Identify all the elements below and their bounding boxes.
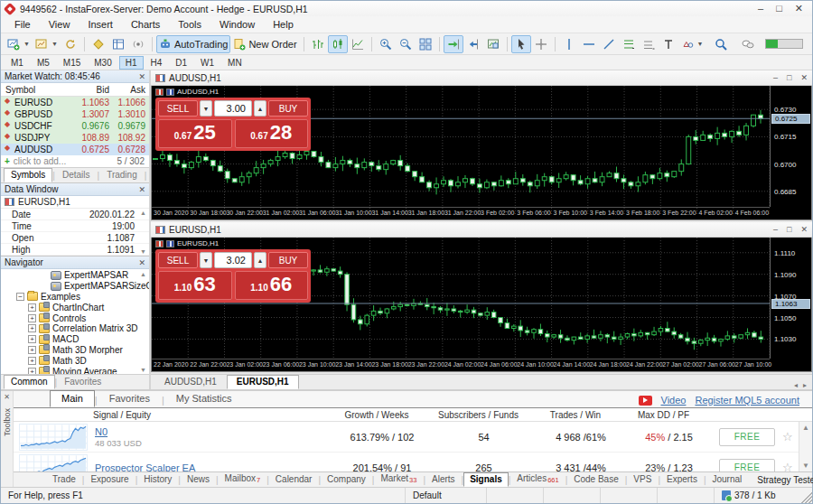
maximize-button[interactable] — [776, 4, 782, 14]
scroll-right-icon[interactable]: ▸ — [803, 381, 807, 389]
minimize-button[interactable] — [758, 4, 763, 14]
buy-price-button[interactable]: 1.1066 — [235, 271, 309, 300]
toolbox-tab-favorites[interactable]: Favorites — [98, 390, 162, 407]
new-chart-icon[interactable]: ▼ — [5, 35, 33, 53]
bottom-tab-history[interactable]: History — [137, 472, 178, 487]
timeframe-h4[interactable]: H4 — [145, 56, 169, 70]
shapes-icon[interactable]: ▼ — [678, 35, 706, 53]
volume-input[interactable]: 3.02 — [214, 252, 252, 268]
resize-grip[interactable] — [801, 488, 812, 503]
market-watch-tab-trading[interactable]: Trading — [99, 168, 145, 182]
market-watch-row-audusd[interactable]: AUDUSD0.67250.6728 — [1, 144, 149, 155]
timeframe-mn[interactable]: MN — [221, 56, 248, 70]
expand-plus-icon[interactable] — [28, 335, 36, 343]
text-tool-icon[interactable] — [659, 35, 678, 53]
navigator-scrollbar[interactable]: ▲▼ — [138, 271, 148, 373]
zoom-in-icon[interactable] — [376, 35, 396, 53]
timeframe-m15[interactable]: M15 — [57, 56, 87, 70]
navigator-item-math-3d-morpher[interactable]: Math 3D Morpher — [1, 345, 149, 356]
expand-plus-icon[interactable] — [28, 324, 36, 332]
market-watch-row-usdchf[interactable]: USDCHF0.96760.9679 — [1, 120, 149, 132]
chart-tab-eurusd-h1[interactable]: EURUSD,H1 — [227, 375, 299, 389]
sell-price-button[interactable]: 0.6725 — [158, 119, 232, 148]
navigator-item-math-3d[interactable]: Math 3D — [1, 355, 149, 366]
expand-plus-icon[interactable] — [28, 368, 36, 374]
buy-button[interactable]: BUY — [268, 252, 308, 268]
signal-name-link[interactable]: Prospector Scalper EA — [95, 462, 332, 472]
close-button[interactable] — [795, 4, 803, 14]
timeframe-m30[interactable]: M30 — [88, 56, 117, 70]
free-button[interactable]: FREE — [719, 428, 775, 446]
strategy-tester-label[interactable]: Strategy Tester — [748, 475, 813, 487]
channels-icon[interactable] — [639, 35, 659, 53]
market-watch-tab-details[interactable]: Details — [55, 168, 98, 182]
navigator-item-examples[interactable]: Examples — [1, 292, 149, 303]
chart-minimize-button[interactable] — [773, 73, 778, 82]
chart-plot-area[interactable]: 0.67300.67150.67000.66850.672530 Jan 202… — [151, 86, 812, 220]
bottom-tab-exposure[interactable]: Exposure — [84, 472, 135, 487]
chart-tab-audusd-h1[interactable]: AUDUSD,H1 — [154, 375, 227, 389]
volume-increase-button[interactable]: ▲ — [254, 100, 266, 117]
chart-close-button[interactable] — [800, 73, 808, 82]
profiles-icon[interactable]: ▼ — [33, 35, 61, 53]
market-watch-row-gbpusd[interactable]: GBPUSD1.30071.3010 — [1, 108, 149, 120]
timeframe-h1[interactable]: H1 — [119, 56, 144, 70]
bottom-tab-journal[interactable]: Journal — [706, 472, 749, 487]
buy-button[interactable]: BUY — [268, 100, 308, 117]
cursor-icon[interactable] — [511, 35, 531, 53]
signal-row[interactable]: N048 033 USD613.79% / 102544 968 /61%45%… — [14, 422, 812, 453]
bottom-tab-trade[interactable]: Trade — [46, 472, 82, 487]
search-icon[interactable] — [711, 35, 731, 53]
register-mql5-link[interactable]: Register MQL5 account — [695, 395, 799, 406]
expand-plus-icon[interactable] — [28, 303, 36, 312]
sell-button[interactable]: SELL — [158, 100, 198, 117]
navigator-item-macd[interactable]: MACD — [1, 334, 149, 345]
templates-icon[interactable] — [483, 35, 503, 53]
chart-minimize-button[interactable] — [773, 225, 778, 234]
expand-minus-icon[interactable] — [16, 293, 24, 301]
autotrading-button[interactable]: AutoTrading — [156, 35, 231, 53]
timeframe-m5[interactable]: M5 — [31, 56, 56, 70]
vertical-line-icon[interactable] — [559, 35, 579, 53]
close-icon[interactable] — [138, 72, 145, 81]
scroll-left-icon[interactable]: ◂ — [794, 381, 798, 389]
refresh-icon[interactable] — [61, 35, 80, 53]
auto-scroll-icon[interactable] — [444, 35, 463, 53]
navigator-tab-common[interactable]: Common — [4, 375, 55, 389]
add-symbol-label[interactable]: click to add... — [14, 156, 66, 166]
chart-maximize-button[interactable] — [787, 225, 791, 234]
bottom-tab-company[interactable]: Company — [321, 472, 372, 487]
navigator-item-controls[interactable]: Controls — [1, 313, 149, 323]
favorite-star-icon[interactable] — [782, 461, 799, 471]
chart-maximize-button[interactable] — [787, 73, 791, 82]
navigator-item-expertmapsarsizeoptim[interactable]: ExpertMAPSARSizeOptim — [1, 281, 149, 292]
video-link[interactable]: Video — [661, 395, 687, 406]
candlestick-chart-icon[interactable] — [328, 35, 348, 53]
volume-decrease-button[interactable]: ▼ — [200, 100, 212, 117]
bottom-tab-news[interactable]: News — [181, 472, 216, 487]
community-chat-icon[interactable] — [738, 35, 758, 53]
market-watch-add-row[interactable]: click to add... 5 / 302 — [1, 155, 149, 167]
menu-insert[interactable]: Insert — [79, 17, 121, 32]
trendline-icon[interactable] — [599, 35, 619, 53]
menu-file[interactable]: File — [6, 17, 39, 32]
bottom-tab-alerts[interactable]: Alerts — [425, 472, 462, 487]
menu-tools[interactable]: Tools — [170, 17, 210, 32]
menu-help[interactable]: Help — [265, 17, 302, 32]
bottom-tab-signals[interactable]: Signals — [463, 472, 509, 487]
market-watch-tab-symbols[interactable]: Symbols — [4, 168, 52, 182]
bottom-tab-vps[interactable]: VPS — [627, 472, 658, 487]
bottom-tab-articles[interactable]: Articles661 — [510, 471, 565, 487]
fibonacci-icon[interactable] — [619, 35, 639, 53]
close-icon[interactable] — [138, 258, 145, 267]
bar-chart-icon[interactable] — [308, 35, 328, 53]
sell-button[interactable]: SELL — [158, 252, 198, 268]
menu-charts[interactable]: Charts — [123, 17, 168, 32]
line-chart-icon[interactable] — [348, 35, 368, 53]
tile-windows-icon[interactable] — [416, 35, 435, 53]
timeframe-m1[interactable]: M1 — [5, 56, 30, 70]
sell-price-button[interactable]: 1.1063 — [158, 271, 232, 300]
bottom-tab-experts[interactable]: Experts — [660, 472, 704, 487]
toolbox-tab-main[interactable]: Main — [50, 390, 95, 407]
navigator-item-moving-average[interactable]: Moving Average — [1, 366, 149, 374]
